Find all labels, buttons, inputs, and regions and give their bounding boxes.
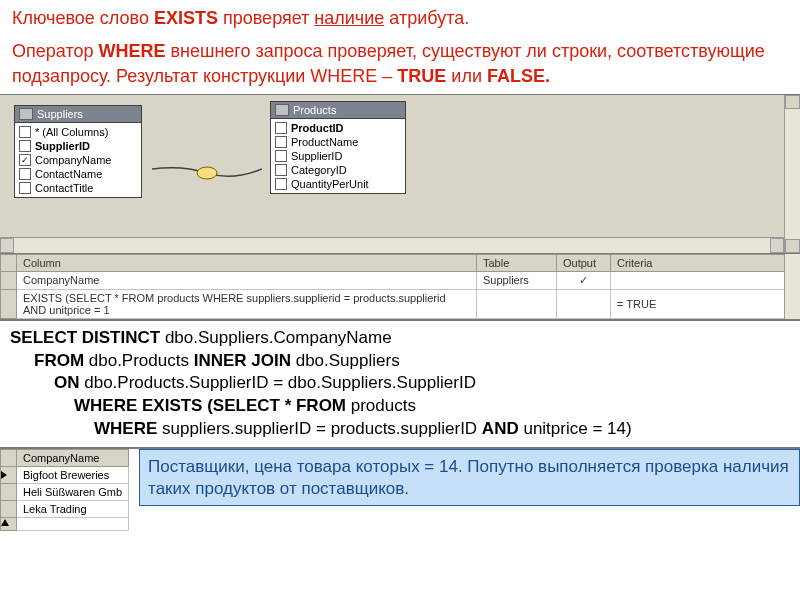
result-col-header[interactable]: CompanyName — [17, 450, 129, 467]
criteria-row[interactable]: EXISTS (SELECT * FROM products WHERE sup… — [1, 289, 800, 318]
checkbox[interactable] — [275, 136, 287, 148]
field-row[interactable]: ContactTitle — [15, 181, 141, 195]
checkbox[interactable] — [19, 182, 31, 194]
col-header[interactable]: Table — [477, 254, 557, 271]
checkbox[interactable] — [19, 168, 31, 180]
new-row-icon — [1, 519, 9, 526]
table-titlebar[interactable]: Products — [271, 102, 405, 119]
field-row[interactable]: ProductName — [271, 135, 405, 149]
field-row[interactable]: ProductID — [271, 121, 405, 135]
result-row[interactable]: Bigfoot Breweries — [1, 467, 129, 484]
field-row[interactable]: SupplierID — [15, 139, 141, 153]
horizontal-scrollbar[interactable] — [0, 237, 784, 253]
new-row[interactable] — [1, 518, 129, 531]
query-designer[interactable]: Suppliers * (All Columns) SupplierID ✓Co… — [0, 94, 800, 254]
table-title-text: Products — [293, 104, 336, 116]
checkbox[interactable] — [19, 140, 31, 152]
current-row-icon — [1, 471, 7, 479]
result-row[interactable]: Heli Süßwaren Gmb — [1, 484, 129, 501]
join-connector[interactable] — [152, 163, 262, 183]
svg-point-0 — [197, 167, 217, 179]
table-icon — [275, 104, 289, 116]
field-row[interactable]: QuantityPerUnit — [271, 177, 405, 191]
checkbox[interactable] — [275, 164, 287, 176]
row-header — [1, 254, 17, 271]
grid-scrollbar[interactable] — [784, 254, 800, 319]
criteria-row[interactable]: CompanyName Suppliers ✓ — [1, 271, 800, 289]
table-icon — [19, 108, 33, 120]
field-row[interactable]: * (All Columns) — [15, 125, 141, 139]
vertical-scrollbar[interactable] — [784, 95, 800, 253]
table-window-products[interactable]: Products ProductID ProductName SupplierI… — [270, 101, 406, 194]
results-grid[interactable]: CompanyName Bigfoot Breweries Heli Süßwa… — [0, 449, 129, 531]
criteria-grid[interactable]: Column Table Output Criteria CompanyName… — [0, 254, 800, 321]
annotation-note: Поставщики, цена товара которых = 14. По… — [139, 449, 800, 506]
sql-pane[interactable]: SELECT DISTINCT dbo.Suppliers.CompanyNam… — [0, 321, 800, 448]
field-row[interactable]: CategoryID — [271, 163, 405, 177]
col-header[interactable]: Criteria — [611, 254, 800, 271]
col-header[interactable]: Column — [17, 254, 477, 271]
checkbox[interactable]: ✓ — [19, 154, 31, 166]
field-row[interactable]: SupplierID — [271, 149, 405, 163]
table-window-suppliers[interactable]: Suppliers * (All Columns) SupplierID ✓Co… — [14, 105, 142, 198]
checkbox[interactable] — [275, 178, 287, 190]
result-row[interactable]: Leka Trading — [1, 501, 129, 518]
table-titlebar[interactable]: Suppliers — [15, 106, 141, 123]
checkbox[interactable] — [275, 122, 287, 134]
col-header[interactable]: Output — [557, 254, 611, 271]
table-title-text: Suppliers — [37, 108, 83, 120]
checkbox[interactable] — [19, 126, 31, 138]
field-row[interactable]: ContactName — [15, 167, 141, 181]
explanation-text: Ключевое слово EXISTS проверяет наличие … — [0, 0, 800, 94]
field-row[interactable]: ✓CompanyName — [15, 153, 141, 167]
checkbox[interactable] — [275, 150, 287, 162]
